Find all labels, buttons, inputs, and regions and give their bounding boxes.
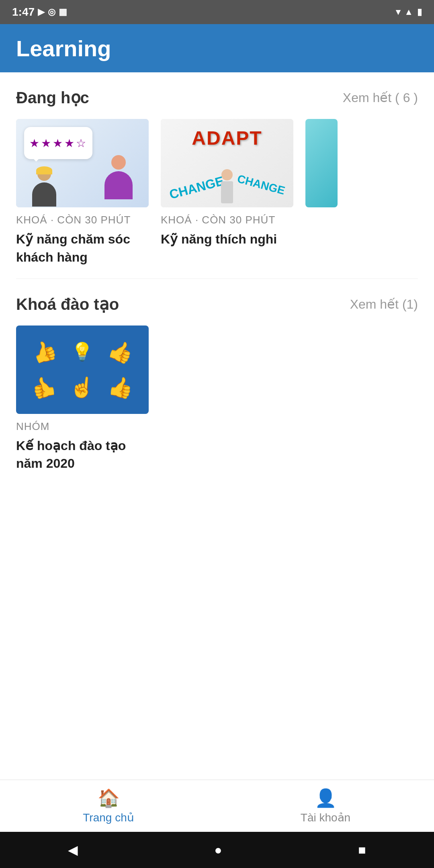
main-content: Đang học Xem hết ( 6 ) ★★★★☆: [0, 72, 434, 780]
android-nav-bar: ◀ ● ■: [0, 832, 434, 868]
thumb-2: 👍: [99, 331, 142, 373]
course-meta-training: NHÓM: [16, 420, 149, 433]
course-cards-dang-hoc: ★★★★☆: [16, 119, 418, 270]
battery-icon: ▮: [417, 7, 422, 17]
signal-icon: ▲: [404, 7, 413, 17]
customer-illustration: ★★★★☆: [16, 119, 149, 207]
section-title-dang-hoc: Đang học: [16, 88, 89, 107]
course-image-adapt: ADAPT CHANGE CHANGE: [161, 119, 293, 207]
nav-item-account[interactable]: 👤 Tài khoản: [217, 780, 434, 832]
adapt-text: ADAPT: [192, 127, 262, 149]
lightbulb-icon: 💡: [65, 336, 100, 368]
course-card-training[interactable]: 👍 💡 👍 👍 ☝️ 👍 NHÓM Kế hoạch đào tạo năm 2…: [16, 326, 149, 473]
section-khoa-dao-tao: Khoá đào tạo Xem hết (1) 👍 💡 👍 👍: [0, 279, 434, 485]
nav-item-home[interactable]: 🏠 Trang chủ: [0, 780, 217, 832]
status-bar: 1:47 ▶ ◎ ▦ ▾ ▲ ▮: [0, 0, 434, 24]
seated-body: [32, 182, 56, 207]
course-image-partial: [305, 119, 338, 207]
time-display: 1:47: [12, 6, 35, 18]
person-head: [111, 155, 126, 170]
section-dang-hoc: Đang học Xem hết ( 6 ) ★★★★☆: [0, 72, 434, 278]
back-button[interactable]: ◀: [68, 842, 78, 858]
course-meta-adapt: KHOÁ · Còn 30 phút: [161, 214, 293, 226]
adapt-figure: [221, 169, 233, 203]
group-illustration: 👍 💡 👍 👍 ☝️ 👍: [16, 326, 149, 414]
view-all-dang-hoc[interactable]: Xem hết ( 6 ): [343, 90, 418, 105]
home-icon: 🏠: [98, 788, 120, 809]
course-image-customer: ★★★★☆: [16, 119, 149, 207]
account-label: Tài khoản: [301, 811, 350, 824]
course-title-training: Kế hoạch đào tạo năm 2020: [16, 437, 149, 473]
seated-person-figure: [28, 159, 60, 203]
section-header-dang-hoc: Đang học Xem hết ( 6 ): [16, 88, 418, 107]
app-header: Learning: [0, 24, 434, 72]
change-text-1: CHANGE: [168, 174, 226, 203]
wifi-icon: ▾: [396, 7, 400, 17]
course-title-adapt: Kỹ năng thích nghi: [161, 230, 293, 248]
seated-hat: [36, 166, 52, 174]
customer-inner: ★★★★☆: [16, 119, 149, 207]
course-meta-customer: KHOÁ · Còn 30 phút: [16, 214, 149, 226]
change-text-2: CHANGE: [236, 172, 286, 197]
partial-illustration: [305, 119, 338, 207]
page-title: Learning: [16, 35, 111, 61]
view-all-khoa-dao-tao[interactable]: Xem hết (1): [350, 297, 418, 312]
course-card-customer[interactable]: ★★★★☆: [16, 119, 149, 266]
account-icon: 👤: [315, 788, 337, 809]
adapt-body: [221, 181, 233, 203]
recent-button[interactable]: ■: [358, 843, 366, 858]
home-label: Trang chủ: [83, 811, 134, 824]
home-button[interactable]: ●: [214, 843, 222, 858]
thumbs-grid: 👍 💡 👍 👍 ☝️ 👍: [23, 332, 142, 407]
course-card-adapt[interactable]: ADAPT CHANGE CHANGE KHOÁ · Còn 30 phút K…: [161, 119, 293, 266]
thumb-1: 👍: [23, 331, 66, 373]
section-header-khoa-dao-tao: Khoá đào tạo Xem hết (1): [16, 295, 418, 313]
status-bar-right: ▾ ▲ ▮: [396, 7, 422, 17]
adapt-head: [221, 169, 233, 180]
bottom-nav: 🏠 Trang chủ 👤 Tài khoản: [0, 780, 434, 832]
thumb-3: 👍: [24, 369, 63, 406]
play-icon: ▶: [38, 7, 45, 17]
section-title-khoa-dao-tao: Khoá đào tạo: [16, 295, 119, 313]
adapt-illustration: ADAPT CHANGE CHANGE: [161, 119, 293, 207]
status-bar-left: 1:47 ▶ ◎ ▦: [12, 6, 67, 18]
thumb-5: 👍: [101, 369, 141, 406]
course-card-partial[interactable]: [305, 119, 338, 266]
standing-person-figure: [100, 155, 137, 203]
thumb-4: ☝️: [64, 370, 101, 405]
person-body: [104, 171, 133, 199]
sim-icon: ▦: [59, 7, 67, 17]
course-cards-khoa-dao-tao: 👍 💡 👍 👍 ☝️ 👍 NHÓM Kế hoạch đào tạo năm 2…: [16, 326, 418, 477]
target-icon: ◎: [48, 7, 55, 17]
course-image-training: 👍 💡 👍 👍 ☝️ 👍: [16, 326, 149, 414]
course-title-customer: Kỹ năng chăm sóc khách hàng: [16, 230, 149, 266]
stars-bubble: ★★★★☆: [24, 127, 92, 159]
